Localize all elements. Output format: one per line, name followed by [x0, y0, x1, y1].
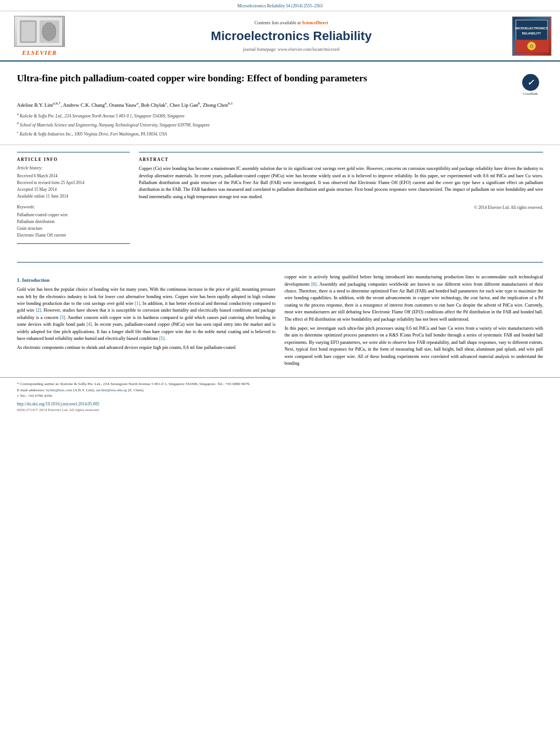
authors-line: Adeline B.Y. Lima,b,*, Andrew C.K. Chang…: [17, 101, 543, 108]
footnote-corresponding: * Corresponding author at: Kulicke & Sof…: [17, 381, 543, 387]
received-date: Received 6 March 2014: [17, 173, 130, 180]
abstract-title: Abstract: [139, 157, 543, 162]
abstract-copyright: © 2014 Elsevier Ltd. All rights reserved…: [139, 205, 543, 210]
ref-3[interactable]: [3]: [60, 315, 65, 320]
main-left-column: 1. Introduction Gold wire has been the p…: [17, 274, 275, 369]
abstract-section: Abstract Copper (Cu) wire bonding has be…: [139, 152, 543, 210]
sciencedirect-link[interactable]: ScienceDirect: [302, 20, 329, 25]
online-date: Available online 11 June 2014: [17, 193, 130, 200]
crossmark-icon: ✓: [522, 74, 539, 91]
keywords-section: Keywords: Palladium-coated copper wire P…: [17, 204, 130, 239]
intro-paragraph-1: Gold wire has been the popular choice of…: [17, 286, 275, 342]
article-history-label: Article history:: [17, 165, 130, 171]
article-info-title: Article Info: [17, 157, 130, 162]
email-link-1[interactable]: bylim@kns.com: [46, 388, 72, 392]
publisher-logo-area: ELSEVIER: [6, 16, 73, 56]
article-info-abstract: Article Info Article history: Received 6…: [0, 145, 560, 256]
article-title: Ultra-fine pitch palladium-coated copper…: [17, 72, 518, 85]
svg-text:RELIABILITY: RELIABILITY: [522, 32, 541, 35]
top-reference: Microelectronics Reliability 54 (2014) 2…: [0, 0, 560, 11]
doi-link[interactable]: http://dx.doi.org/10.1016/j.microrel.201…: [17, 401, 99, 407]
article-info-column: Article Info Article history: Received 6…: [17, 152, 130, 250]
ref-1[interactable]: [1]: [135, 301, 140, 306]
elsevier-graphic: [14, 16, 65, 47]
right-paragraph-2: In this paper, we investigate such ultra…: [285, 325, 543, 367]
main-right-column: copper wire is actively being qualified …: [285, 274, 543, 369]
abstract-column: Abstract Copper (Cu) wire bonding has be…: [139, 152, 543, 250]
keyword-1: Palladium-coated copper wire: [17, 212, 130, 219]
journal-reference: Microelectronics Reliability 54 (2014) 2…: [237, 3, 322, 8]
svg-text:MICROELECTRONICS: MICROELECTRONICS: [515, 27, 548, 30]
svg-rect-3: [21, 22, 35, 41]
article-header: Ultra-fine pitch palladium-coated copper…: [0, 62, 560, 145]
article-info-box: Article Info Article history: Received 6…: [17, 152, 130, 244]
accepted-date: Accepted 15 May 2014: [17, 186, 130, 193]
author-2: Andrew C.K. Changa: [63, 102, 106, 108]
author-6: Zhong Chenb,1: [203, 102, 233, 108]
footnotes-area: * Corresponding author at: Kulicke & Sof…: [0, 377, 560, 414]
affiliation-a: a Kulicke & Soffa Pte. Ltd., 23A Serango…: [17, 111, 543, 119]
section-divider: [17, 262, 543, 263]
author-1: Adeline B.Y. Lima,b,*: [17, 102, 60, 108]
ref-2[interactable]: [2]: [36, 308, 41, 313]
next-word: Next: [285, 347, 294, 352]
sciencedirect-line: Contents lists available at ScienceDirec…: [255, 20, 328, 25]
journal-logo-area: MICROELECTRONICS RELIABILITY ⬡: [509, 16, 554, 56]
crossmark-label: CrossMark: [523, 92, 538, 95]
main-content: 1. Introduction Gold wire has been the p…: [0, 268, 560, 375]
keyword-2: Palladium distribution: [17, 219, 130, 225]
elsevier-text: ELSEVIER: [22, 49, 57, 56]
right-paragraph-1: copper wire is actively being qualified …: [285, 274, 543, 323]
crossmark-badge[interactable]: ✓ CrossMark: [518, 72, 543, 95]
footnote-tel: 1 Tel.: +65 6790 4256.: [17, 393, 543, 399]
keywords-label: Keywords:: [17, 204, 130, 209]
author-5: Chee Lip Ganb: [170, 102, 200, 108]
elsevier-logo: ELSEVIER: [14, 16, 65, 56]
email-link-2[interactable]: azchen@ntu.edu.sg: [96, 388, 127, 392]
journal-title: Microelectronics Reliability: [211, 29, 372, 43]
footer-copyright: 0026-2714/© 2014 Elsevier Ltd. All right…: [17, 408, 543, 412]
journal-logo: MICROELECTRONICS RELIABILITY ⬡: [512, 16, 552, 56]
footnote-email: E-mail addresses: bylim@kns.com (A.B.Y. …: [17, 387, 543, 394]
page: Microelectronics Reliability 54 (2014) 2…: [0, 0, 560, 747]
abstract-text: Copper (Cu) wire bonding has become a ma…: [139, 165, 543, 200]
affiliation-c: c Kulicke & Soffa Industries Inc., 1005 …: [17, 129, 543, 137]
intro-heading: 1. Introduction: [17, 277, 275, 283]
splash-word: splash: [505, 347, 516, 352]
journal-header: ELSEVIER Contents lists available at Sci…: [0, 11, 560, 62]
keyword-4: Electronic Flame Off current: [17, 232, 130, 239]
article-dates: Received 6 March 2014 Received in revise…: [17, 173, 130, 200]
journal-info-center: Contents lists available at ScienceDirec…: [79, 16, 504, 56]
journal-homepage: journal homepage: www.elsevier.com/locat…: [243, 47, 339, 52]
ref-4[interactable]: [4]: [86, 322, 91, 327]
title-crossmark-row: Ultra-fine pitch palladium-coated copper…: [17, 72, 543, 95]
author-3: Oranna Yauwa: [109, 102, 138, 108]
ref-5[interactable]: [5]: [159, 336, 164, 341]
ref-6[interactable]: [6]: [312, 282, 317, 287]
intro-paragraph-2: As electronic components continue to shr…: [17, 344, 275, 351]
author-4: Bob Chylakc: [141, 102, 167, 108]
doi-line[interactable]: http://dx.doi.org/10.1016/j.microrel.201…: [17, 401, 543, 407]
coating-word: coating: [228, 329, 242, 334]
affiliation-b: b School of Materials Science and Engine…: [17, 120, 543, 128]
keyword-3: Grain structure: [17, 225, 130, 232]
revised-date: Received in revised form 25 April 2014: [17, 180, 130, 186]
affiliations: a Kulicke & Soffa Pte. Ltd., 23A Serango…: [17, 111, 543, 137]
